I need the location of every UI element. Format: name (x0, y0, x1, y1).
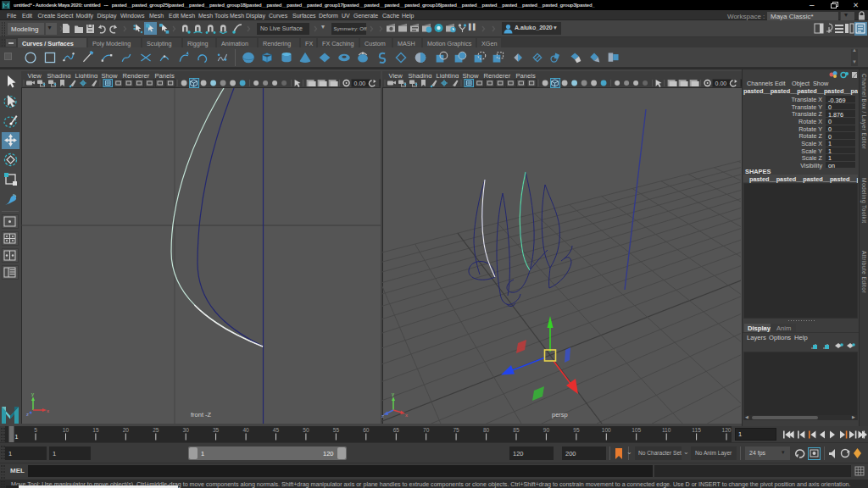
svg-text:75: 75 (453, 427, 459, 433)
svg-text:persp: persp (552, 411, 568, 419)
svg-text:40: 40 (242, 427, 249, 433)
svg-text:y: y (392, 391, 394, 396)
svg-text:10: 10 (63, 427, 70, 433)
svg-text:1: 1 (15, 434, 19, 440)
svg-text:90: 90 (543, 427, 550, 433)
svg-text:y: y (31, 391, 34, 396)
svg-text:30: 30 (183, 427, 190, 433)
svg-text:z: z (381, 413, 384, 419)
svg-text:45: 45 (273, 427, 280, 433)
svg-text:100: 100 (602, 427, 611, 433)
svg-text:15: 15 (92, 427, 99, 433)
svg-text:85: 85 (513, 427, 520, 433)
svg-text:5: 5 (34, 427, 37, 433)
svg-text:120: 120 (721, 427, 731, 433)
svg-text:50: 50 (303, 427, 309, 433)
svg-text:110: 110 (662, 427, 671, 433)
svg-text:front -Z: front -Z (191, 411, 212, 419)
svg-text:70: 70 (423, 427, 430, 433)
svg-text:105: 105 (632, 427, 641, 433)
svg-text:95: 95 (573, 427, 580, 433)
svg-text:65: 65 (393, 427, 400, 433)
svg-text:x: x (405, 413, 408, 418)
svg-text:0.00: 0.00 (715, 80, 726, 86)
svg-text:25: 25 (153, 427, 159, 433)
svg-text:0.00: 0.00 (353, 80, 365, 86)
svg-text:z: z (26, 412, 29, 417)
svg-text:35: 35 (213, 427, 220, 433)
svg-text:55: 55 (333, 427, 340, 433)
svg-text:60: 60 (363, 427, 370, 433)
svg-text:20: 20 (123, 427, 130, 433)
svg-text:80: 80 (483, 427, 490, 433)
svg-text:x: x (47, 408, 49, 413)
svg-text:115: 115 (692, 427, 701, 433)
